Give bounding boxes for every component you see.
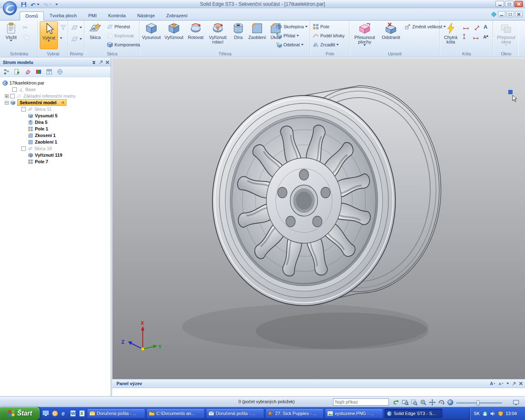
taskbar-button-image-viewer[interactable]: vystuzene.PNG - ...	[325, 409, 383, 418]
cut-button[interactable]: ✂	[22, 23, 29, 32]
vyriznuti-rotaci-button[interactable]: Vyříznutí rotací	[206, 21, 230, 49]
coordinate-dimension-button[interactable]	[462, 32, 470, 41]
presunout-plochy-button[interactable]: Přesunout plochy	[351, 21, 378, 49]
language-indicator[interactable]: SK	[474, 411, 480, 416]
zoom-slider-thumb[interactable]	[477, 400, 479, 406]
prompt-panel-bar[interactable]: Panel výzev A A	[112, 379, 525, 388]
gem-icon[interactable]	[491, 11, 497, 17]
pan-button[interactable]	[428, 398, 436, 406]
tab-tvorba-ploch[interactable]: Tvorba ploch	[44, 11, 82, 20]
tree-item-pole-1[interactable]: Pole 1	[0, 126, 111, 132]
family-table-icon[interactable]	[45, 67, 54, 76]
zoom-slider[interactable]	[456, 402, 502, 404]
pridat-button[interactable]: Přidat	[275, 31, 309, 40]
tree-item-base[interactable]: Base	[0, 86, 111, 93]
taskbar-button-explorer[interactable]: C:\Documents an...	[146, 409, 205, 418]
web-browser-icon[interactable]	[55, 67, 64, 76]
tree-item-vyriznuti-119[interactable]: Vyříznutí 119	[0, 152, 111, 158]
zaobleni-button[interactable]: Zaoblení	[247, 21, 267, 49]
taskbar-button-mail-2[interactable]: Doručená pošta - ...	[206, 409, 264, 418]
panel-close-icon[interactable]	[106, 61, 109, 64]
model-tree-tab-icon[interactable]	[2, 67, 11, 76]
expand-icon[interactable]	[5, 94, 9, 98]
symmetric-dimension-button[interactable]	[472, 32, 480, 41]
chytra-kota-button[interactable]: Chytrá kóta	[441, 21, 460, 49]
tab-zobrazeni[interactable]: Zobrazení	[160, 11, 193, 20]
volume-tray-icon[interactable]	[490, 411, 495, 416]
annotation-button[interactable]: A	[482, 22, 490, 31]
tree-item-skica-18[interactable]: Skica 18	[0, 145, 111, 152]
tree-item-skica-11[interactable]: Skica 11	[0, 106, 111, 112]
skica-button[interactable]: Skica	[86, 21, 104, 49]
vybrat-button[interactable]: Vybrat	[40, 21, 58, 49]
tab-pmi[interactable]: PMI	[82, 11, 102, 20]
undo-button[interactable]	[29, 1, 40, 8]
vysunout-button[interactable]: Vysunout	[141, 21, 162, 49]
prompt-pin-icon[interactable]	[511, 381, 517, 386]
word-icon[interactable]: W	[70, 410, 76, 417]
select-filter-button[interactable]	[59, 23, 67, 32]
komponenta-button[interactable]: Komponenta	[106, 40, 141, 49]
prenest-button[interactable]: Přenést	[106, 22, 131, 31]
antivirus-tray-icon[interactable]	[498, 411, 503, 416]
odebrat-button[interactable]: Odebrat	[275, 40, 309, 49]
qat-customize-arrow[interactable]	[55, 4, 58, 5]
coincident-plane-button[interactable]	[70, 23, 83, 32]
tree-root[interactable]: 17tkaelektron.par	[0, 80, 111, 86]
more-planes-button[interactable]	[70, 34, 83, 43]
tree-item-sekvencni-model[interactable]: Sekvenční model	[0, 99, 111, 106]
rotate-view-button[interactable]	[437, 398, 445, 406]
playback-icon[interactable]	[13, 67, 22, 76]
tree-item-zkoseni-1[interactable]: Zkosení 1	[0, 132, 111, 139]
save-button[interactable]	[20, 1, 28, 8]
redo-button[interactable]	[41, 1, 52, 8]
ref-planes-checkbox[interactable]	[10, 94, 15, 98]
excel-icon[interactable]: X	[79, 410, 85, 417]
vyriznout-button[interactable]: Vyříznout	[162, 21, 185, 49]
zoom-button[interactable]	[419, 398, 427, 406]
skorepina-button[interactable]: Skořepina	[275, 22, 309, 31]
pin-icon[interactable]	[98, 59, 104, 65]
kopirovat-button[interactable]: Kopírovat	[106, 31, 135, 40]
screen-style-button[interactable]	[512, 398, 520, 406]
color-manager-icon[interactable]	[34, 67, 43, 76]
messenger-tray-icon[interactable]	[482, 411, 488, 416]
outlook-icon[interactable]: O	[52, 410, 58, 417]
collapse-icon[interactable]	[5, 101, 9, 105]
doc-restore-button[interactable]	[507, 11, 514, 17]
internet-explorer-icon[interactable]: e	[61, 410, 67, 417]
chevron-down-icon[interactable]	[91, 60, 96, 65]
skica18-checkbox[interactable]	[21, 146, 26, 151]
decrease-font-icon[interactable]: A	[498, 381, 504, 386]
taskbar-button-media-player[interactable]: 27. Sick Puppies - ...	[265, 409, 324, 418]
prompt-options-arrow[interactable]	[507, 383, 509, 384]
select-options-button[interactable]	[59, 34, 63, 42]
taskbar-button-mail-1[interactable]: Doručená pošta - ...	[87, 409, 145, 418]
close-button[interactable]	[514, 1, 523, 7]
fit-view-button[interactable]	[401, 398, 409, 406]
tree-item-dira-5[interactable]: Díra 5	[0, 119, 111, 126]
undo-dropdown-arrow[interactable]	[37, 4, 39, 5]
base-checkbox[interactable]	[12, 87, 17, 92]
tab-domu[interactable]: Domů	[20, 11, 44, 21]
copy-button[interactable]	[22, 33, 30, 41]
start-button[interactable]: Štart	[0, 407, 40, 420]
viewport-3d[interactable]: X Y Z	[112, 58, 525, 379]
prepnout-okna-button[interactable]: Přepnout okna	[495, 21, 518, 49]
maximize-button[interactable]	[505, 1, 514, 7]
tree-item-ref-planes[interactable]: Základní referenční roviny	[0, 93, 111, 99]
tab-nastroje[interactable]: Nástroje	[131, 11, 160, 20]
angle-dimension-button[interactable]	[472, 22, 480, 31]
application-menu-button[interactable]	[2, 1, 17, 16]
tree-item-pole-7[interactable]: Pole 7	[0, 158, 111, 165]
increase-font-icon[interactable]: A	[489, 381, 495, 386]
doc-minimize-button[interactable]	[498, 11, 505, 17]
prompt-close-icon[interactable]	[519, 382, 523, 385]
zrcadlit-button[interactable]: Zrcadlit	[312, 40, 340, 49]
tree-item-zaobleni-1[interactable]: Zaoblení 1	[0, 139, 111, 145]
zoom-area-button[interactable]	[410, 398, 418, 406]
find-command-input[interactable]	[333, 398, 389, 406]
vlozit-button[interactable]: Vložit	[2, 21, 20, 49]
dira-button[interactable]: Díra	[231, 21, 246, 49]
minimize-button[interactable]	[495, 1, 504, 7]
